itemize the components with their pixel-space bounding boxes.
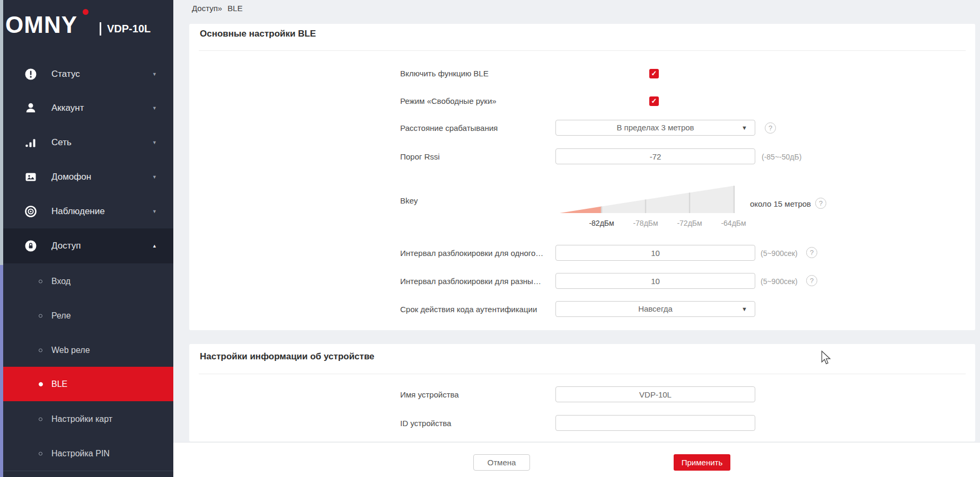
device-name-label: Имя устройства	[400, 390, 555, 399]
bkey-distance-note: около 15 метров	[750, 199, 811, 208]
trigger-distance-label: Расстояние срабатывания	[400, 123, 555, 132]
sidebar-subitem-label: Web реле	[51, 346, 90, 355]
chevron-down-icon: ▼	[152, 105, 157, 111]
sidebar-divider	[0, 471, 173, 471]
sidebar-item-label: Наблюдение	[51, 206, 105, 217]
footer-bar	[173, 442, 980, 477]
logo-dot-icon	[83, 9, 89, 15]
unlock-interval-diff-label: Интервал разблокировки для разны…	[400, 277, 555, 286]
bkey-label: Bkey	[400, 196, 555, 205]
bkey-tick[interactable]: -72дБм	[666, 219, 713, 227]
status-icon	[24, 68, 37, 81]
page: OMNY VDP-10L Статус ▼ Аккаунт ▼ С	[0, 0, 980, 477]
trigger-distance-select[interactable]: В пределах 3 метров ▼	[555, 120, 755, 136]
section-divider	[199, 374, 966, 374]
handsfree-checkbox[interactable]: ✓	[649, 96, 659, 106]
auth-code-validity-select[interactable]: Навсегда ▼	[555, 301, 755, 317]
scrollbar[interactable]	[0, 0, 3, 477]
bullet-icon	[39, 348, 42, 352]
breadcrumb-parent[interactable]: Доступ	[192, 4, 218, 13]
device-id-input[interactable]	[555, 415, 755, 431]
bullet-icon	[39, 279, 42, 283]
sidebar-subitem-web-relay[interactable]: Web реле	[0, 333, 173, 367]
bkey-signal-meter[interactable]	[559, 183, 735, 214]
access-lock-icon	[24, 240, 37, 252]
logo: OMNY VDP-10L	[0, 0, 173, 48]
sidebar-subitem-relay[interactable]: Реле	[0, 298, 173, 333]
sidebar: OMNY VDP-10L Статус ▼ Аккаунт ▼ С	[0, 0, 173, 477]
sidebar-item-label: Домофон	[51, 172, 91, 182]
bkey-tick[interactable]: -78дБм	[622, 219, 669, 227]
caret-down-icon: ▼	[741, 120, 747, 135]
sidebar-subitem-pin-settings[interactable]: Настройка PIN	[0, 436, 173, 471]
ble-settings-title: Основные настройки BLE	[200, 29, 316, 39]
surveillance-eye-icon	[24, 205, 37, 218]
account-icon	[24, 102, 37, 114]
unlock-interval-same-input[interactable]	[555, 245, 755, 261]
sidebar-item-status[interactable]: Статус ▼	[0, 57, 173, 91]
sidebar-subitem-label: BLE	[51, 379, 67, 389]
sidebar-item-surveillance[interactable]: Наблюдение ▼	[0, 194, 173, 228]
check-icon: ✓	[651, 69, 657, 77]
enable-ble-label: Включить функцию BLE	[400, 69, 555, 78]
auth-code-validity-value: Навсегда	[638, 304, 673, 313]
breadcrumb-separator: »	[218, 4, 222, 13]
bullet-icon	[39, 452, 42, 455]
mouse-cursor	[821, 350, 831, 367]
bkey-tick[interactable]: -82дБм	[578, 219, 625, 227]
apply-button[interactable]: Применить	[674, 454, 730, 471]
network-signal-icon	[24, 136, 37, 149]
unlock-interval-same-hint: (5~900сек)	[761, 249, 798, 258]
logo-divider	[100, 22, 101, 36]
unlock-interval-diff-help-icon[interactable]: ?	[806, 275, 817, 286]
sidebar-item-intercom[interactable]: Домофон ▼	[0, 160, 173, 194]
bullet-icon	[39, 417, 42, 421]
sidebar-subitem-entry[interactable]: Вход	[0, 264, 173, 298]
handsfree-label: Режим «Свободные руки»	[400, 96, 555, 105]
device-name-input[interactable]	[555, 386, 755, 402]
unlock-interval-same-help-icon[interactable]: ?	[806, 247, 817, 258]
chevron-down-icon: ▼	[152, 72, 157, 77]
enable-ble-checkbox[interactable]: ✓	[649, 69, 659, 78]
unlock-interval-diff-input[interactable]	[555, 273, 755, 289]
section-divider	[199, 50, 966, 51]
sidebar-item-label: Аккаунт	[51, 103, 84, 113]
rssi-range-hint: (-85~-50дБ)	[762, 153, 801, 161]
brand-logo: OMNY	[5, 12, 77, 38]
cancel-button[interactable]: Отмена	[473, 454, 530, 471]
device-id-label: ID устройства	[400, 419, 555, 428]
unlock-interval-same-label: Интервал разблокировки для одного…	[400, 249, 555, 258]
sidebar-item-access[interactable]: Доступ ▲	[0, 228, 173, 263]
bkey-help-icon[interactable]: ?	[815, 198, 826, 209]
trigger-distance-help-icon[interactable]: ?	[765, 122, 776, 134]
unlock-interval-diff-hint: (5~900сек)	[761, 277, 798, 286]
chevron-down-icon: ▼	[152, 174, 157, 180]
scrollbar-thumb[interactable]	[0, 265, 3, 477]
sidebar-item-account[interactable]: Аккаунт ▼	[0, 91, 173, 125]
check-icon: ✓	[651, 97, 657, 105]
chevron-down-icon: ▼	[152, 209, 157, 214]
intercom-image-icon	[24, 171, 37, 183]
rssi-threshold-input[interactable]	[555, 148, 755, 164]
sidebar-subitem-label: Реле	[51, 311, 71, 321]
breadcrumb: Доступ» BLE	[192, 4, 243, 13]
device-info-title: Настройки информации об устройстве	[200, 351, 374, 362]
sidebar-subitem-card-settings[interactable]: Настройки карт	[0, 402, 173, 436]
bkey-tick[interactable]: -64дБм	[710, 219, 757, 227]
trigger-distance-value: В пределах 3 метров	[616, 123, 694, 132]
chevron-down-icon: ▼	[152, 140, 157, 145]
device-model-label: VDP-10L	[107, 23, 151, 35]
sidebar-subitem-ble[interactable]: BLE	[0, 367, 173, 401]
breadcrumb-current: BLE	[227, 4, 242, 13]
sidebar-subitem-label: Вход	[51, 277, 70, 286]
bullet-icon	[39, 314, 42, 317]
sidebar-item-label: Доступ	[51, 241, 81, 251]
auth-code-validity-label: Срок действия кода аутентификации	[400, 305, 555, 314]
sidebar-subitem-label: Настройки карт	[51, 414, 112, 424]
sidebar-item-label: Сеть	[51, 137, 72, 148]
sidebar-item-network[interactable]: Сеть ▼	[0, 125, 173, 160]
rssi-threshold-label: Порог Rssi	[400, 152, 555, 161]
sidebar-item-label: Статус	[51, 69, 80, 80]
bkey-segment-selected	[560, 207, 602, 213]
bullet-icon	[39, 382, 43, 386]
